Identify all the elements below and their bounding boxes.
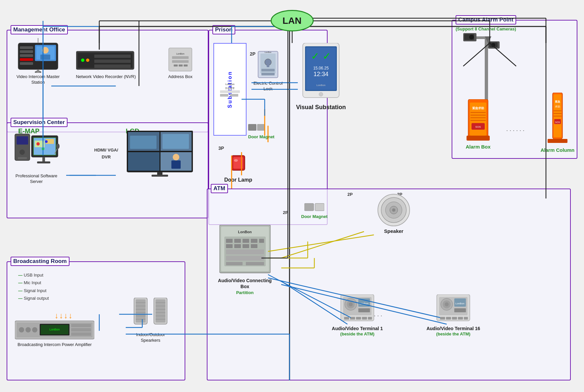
svg-rect-198 — [344, 317, 349, 320]
atm-2p: 2P — [283, 210, 288, 215]
svg-text:防盗报警: 防盗报警 — [225, 87, 235, 89]
svg-rect-201 — [362, 317, 367, 320]
svg-rect-78 — [130, 136, 157, 149]
management-office-label: Management Office — [11, 25, 68, 34]
svg-rect-202 — [368, 317, 372, 320]
campus-alarm-label: Campus Alarm Point — [456, 15, 516, 24]
av-terminal1-label: Audio/Video Terminal 1 — [332, 326, 383, 331]
svg-rect-200 — [356, 317, 361, 320]
svg-text:LonBon: LonBon — [455, 302, 465, 305]
svg-rect-36 — [20, 62, 33, 65]
svg-text:LonBon: LonBon — [265, 51, 272, 53]
svg-rect-197 — [358, 308, 370, 312]
svg-rect-124 — [257, 124, 265, 131]
svg-rect-79 — [162, 134, 189, 149]
av-connecting-box-device: LonBon Audio/Video Connecting Box Pa — [215, 225, 275, 295]
svg-rect-54 — [184, 65, 188, 66]
atm-door-magnet: Door Magnet — [294, 202, 334, 219]
svg-text:紧急: 紧急 — [555, 100, 561, 103]
svg-text:LonBon: LonBon — [359, 302, 369, 305]
alarm-box-icon: 紧急求助 SOS — [458, 99, 498, 142]
svg-point-86 — [19, 327, 24, 332]
prison-label: Prison — [212, 25, 235, 34]
connector-3p: 3P — [218, 146, 224, 151]
svg-rect-45 — [94, 55, 131, 58]
supervision-center-label: Supervision Center — [11, 118, 67, 127]
amplifier-device: LonBon Broadcasting Intercom Power Ampli… — [13, 319, 96, 348]
speakers-device: Indoor/Outdoor Spearkers — [126, 298, 175, 343]
signal-in-label: Signal Input — [24, 288, 47, 293]
svg-point-70 — [56, 144, 60, 149]
door-magnet-prison-label: Door Magnet — [248, 134, 274, 139]
atm-speaker-label: Speaker — [384, 228, 403, 235]
svg-point-64 — [36, 142, 40, 146]
lcd-icon — [122, 131, 198, 177]
svg-rect-58 — [18, 157, 27, 159]
av-terminal16-label: Audio/Video Terminal 16 — [427, 326, 480, 331]
svg-rect-67 — [42, 157, 45, 162]
svg-point-194 — [349, 302, 353, 306]
atm-label: ATM — [211, 184, 228, 193]
svg-text:LonBon: LonBon — [238, 230, 252, 234]
svg-point-207 — [445, 302, 449, 306]
diagram-container: LAN Management Office — [0, 0, 584, 392]
svg-point-189 — [392, 208, 395, 212]
svg-text:求助: 求助 — [555, 105, 560, 108]
svg-rect-170 — [226, 239, 233, 243]
svg-rect-183 — [304, 203, 314, 211]
nvr-label: Network Video Recorder (NVR) — [76, 74, 136, 80]
svg-rect-121 — [261, 73, 275, 75]
alarm-column-label: Alarm Column — [541, 147, 575, 153]
svg-rect-212 — [446, 317, 451, 320]
svg-text:12:34: 12:34 — [313, 71, 328, 77]
alarm-box-device: 紧急求助 SOS Alarm Box — [458, 99, 498, 150]
svg-rect-171 — [234, 239, 241, 243]
svg-rect-211 — [440, 317, 445, 320]
svg-rect-32 — [20, 46, 33, 49]
lcd-device: HDMI/ VGA/ DVR — [93, 131, 199, 177]
campus-dots: ...... — [506, 126, 526, 133]
svg-rect-47 — [94, 65, 131, 68]
av-terminal1-sub: (beside the ATM) — [340, 331, 374, 336]
svg-rect-179 — [226, 249, 264, 254]
amplifier-icon: LonBon — [13, 319, 96, 341]
electric-lock-label: Electric Control Lock — [251, 81, 285, 92]
svg-rect-215 — [464, 317, 468, 320]
svg-rect-180 — [226, 256, 264, 261]
svg-rect-52 — [174, 65, 178, 66]
partition-label: Partition — [236, 290, 254, 295]
video-intercom-device: Video Intercom Master Station — [12, 36, 65, 85]
svg-text:SOS: SOS — [555, 121, 560, 123]
svg-text:✓: ✓ — [311, 51, 319, 62]
svg-rect-176 — [234, 244, 241, 248]
svg-point-44 — [86, 59, 89, 62]
av-terminal1-icon: LonBon — [331, 294, 384, 324]
svg-rect-199 — [350, 317, 355, 320]
svg-rect-33 — [20, 50, 33, 53]
svg-text:15.06.25: 15.06.25 — [313, 66, 329, 70]
svg-rect-172 — [243, 239, 249, 243]
svg-rect-34 — [20, 54, 33, 57]
signal-out-label: Signal output — [24, 296, 49, 301]
hdmi-label: HDMI/ VGA/ DVR — [94, 147, 118, 161]
svg-point-57 — [20, 150, 25, 155]
substation-box: Substation LonBon 防盗报警 — [213, 43, 247, 136]
av-connecting-box-label: Audio/Video Connecting Box — [215, 278, 275, 289]
server-device: Professional Software Server — [10, 132, 63, 185]
door-lamp-device: Door Lamp — [218, 152, 258, 184]
svg-rect-51 — [172, 60, 189, 63]
svg-text:SOS: SOS — [475, 125, 481, 128]
amplifier-label: Broadcasting Intercom Power Amplifier — [18, 342, 92, 348]
visual-substation-icon: ✓ ✓ 15.06.25 12:34 LonBon — [294, 43, 347, 103]
svg-rect-120 — [261, 69, 275, 71]
svg-point-127 — [234, 159, 238, 162]
svg-text:LonBon: LonBon — [49, 328, 60, 331]
svg-rect-119 — [267, 62, 269, 67]
svg-text:紧急求助: 紧急求助 — [472, 107, 484, 110]
address-box-icon: LonBon — [162, 46, 199, 73]
svg-point-141 — [469, 35, 474, 39]
svg-rect-165 — [548, 139, 567, 143]
usb-label: USB Input — [24, 273, 43, 278]
svg-point-39 — [36, 69, 40, 73]
svg-rect-210 — [454, 308, 466, 312]
